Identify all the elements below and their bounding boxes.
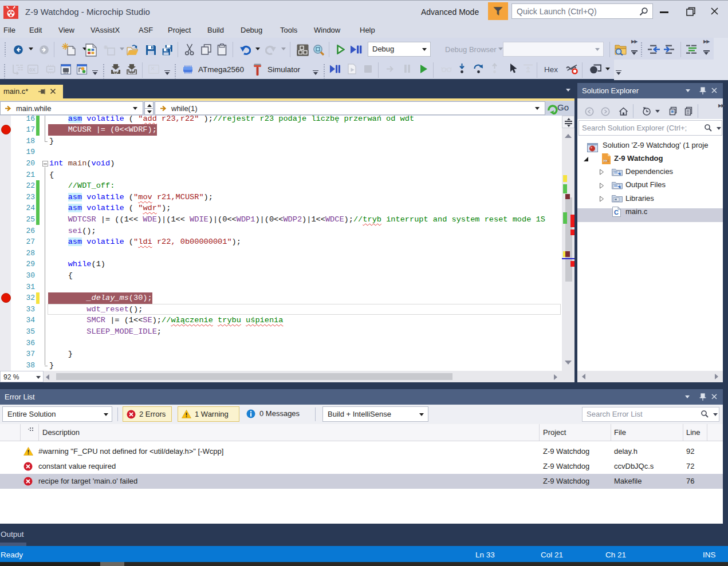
svg-text:0X: 0X: [29, 67, 36, 73]
svg-text:C: C: [614, 209, 619, 216]
svg-text:GCC: GCC: [604, 159, 610, 162]
